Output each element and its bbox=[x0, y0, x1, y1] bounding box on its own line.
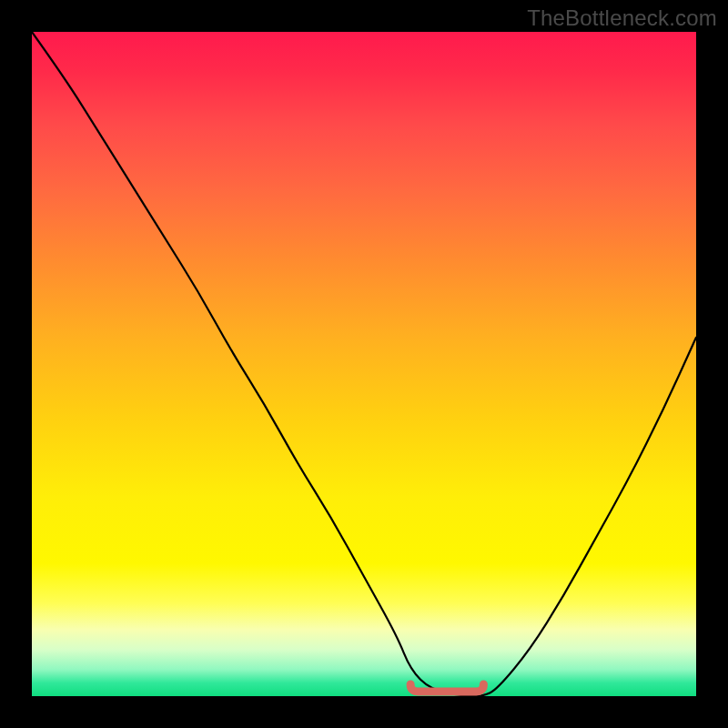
chart-svg bbox=[32, 32, 696, 696]
watermark-text: TheBottleneck.com bbox=[527, 5, 717, 31]
chart-frame: TheBottleneck.com bbox=[0, 0, 728, 728]
bottleneck-curve bbox=[32, 32, 696, 696]
plot-area bbox=[32, 32, 696, 696]
optimal-range-marker bbox=[410, 684, 483, 692]
